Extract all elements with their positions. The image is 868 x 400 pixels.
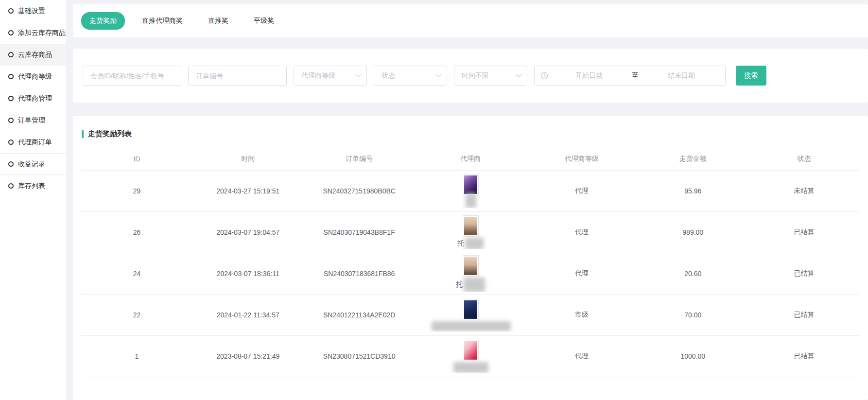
agent-avatar — [463, 299, 479, 320]
cell-amount: 1000.00 — [637, 352, 748, 360]
col-status: 状态 — [748, 155, 860, 163]
sidebar-item-basic-settings[interactable]: 基础设置 — [0, 0, 66, 22]
cell-time: 2024-03-07 18:36:11 — [192, 270, 304, 278]
status-select-value: 状态 — [382, 71, 395, 80]
circle-icon — [8, 118, 14, 123]
table-header-row: ID 时间 订单编号 代理商 代理商等级 走货金额 状态 — [81, 147, 860, 171]
filter-bar: 代理商等级 状态 时间不限 开始日期 至 结束日期 — [73, 49, 868, 103]
agent-name-blurred — [453, 362, 488, 373]
start-date-input[interactable]: 开始日期 — [551, 71, 627, 80]
sidebar-item-label: 添加云库存商品 — [18, 29, 66, 37]
cell-agent-level: 代理 — [526, 352, 637, 361]
date-separator-label: 至 — [627, 71, 643, 80]
agent-name-blurred — [432, 321, 511, 331]
agent-name-blurred — [466, 193, 476, 208]
sidebar: 基础设置 添加云库存商品 云库存商品 代理商等级 代理商管理 订单管理 代理商订… — [0, 0, 66, 400]
cell-order-no: SN240327151980B0BC — [304, 187, 415, 195]
agent-avatar — [463, 340, 479, 361]
cell-time: 2024-03-27 15:19:51 — [192, 187, 304, 195]
time-range-select[interactable]: 时间不限 — [454, 66, 527, 86]
cell-order-no: SN240307183681FB86 — [304, 270, 415, 278]
table-row: 1 2023-08-07 15:21:49 SN2308071521CD3910… — [81, 336, 860, 377]
sidebar-item-agent-level[interactable]: 代理商等级 — [0, 66, 66, 87]
sidebar-item-label: 云库存商品 — [18, 51, 52, 59]
member-search-input[interactable] — [83, 66, 181, 86]
tab-same-level-reward[interactable]: 平级奖 — [245, 12, 282, 30]
search-button[interactable]: 搜索 — [736, 66, 766, 86]
cell-time: 2023-08-07 15:21:49 — [192, 352, 304, 360]
cell-time: 2024-03-07 19:04:57 — [192, 228, 304, 236]
tab-direct-reward[interactable]: 直推奖 — [200, 12, 237, 30]
page-title: 走货奖励列表 — [88, 129, 132, 139]
sidebar-item-label: 代理商等级 — [18, 72, 52, 81]
cell-status: 已结算 — [748, 352, 860, 361]
sidebar-item-label: 代理商订单 — [18, 138, 52, 147]
col-id: ID — [81, 155, 192, 163]
circle-icon — [8, 52, 14, 57]
chevron-down-icon — [435, 71, 442, 77]
order-no-input[interactable] — [188, 66, 287, 86]
sidebar-item-agent-management[interactable]: 代理商管理 — [0, 87, 66, 109]
table-row: 29 2024-03-27 15:19:51 SN240327151980B0B… — [81, 171, 860, 212]
circle-icon — [8, 74, 14, 79]
agent-name-blurred — [465, 238, 484, 249]
cell-status: 已结算 — [748, 228, 860, 237]
clock-icon — [540, 72, 548, 80]
tab-direct-agent-reward[interactable]: 直推代理商奖 — [134, 12, 191, 30]
agent-name-blurred — [464, 278, 485, 292]
table-row: 22 2024-01-22 11:34:57 SN2401221134A2E02… — [81, 295, 860, 336]
sidebar-item-order-management[interactable]: 订单管理 — [0, 109, 66, 131]
cell-order-no: SN2308071521CD3910 — [304, 352, 415, 360]
agent-level-select[interactable]: 代理商等级 — [294, 66, 367, 86]
circle-icon — [8, 183, 14, 189]
col-agent: 代理商 — [415, 155, 526, 163]
cell-agent-level: 代理 — [526, 187, 637, 195]
list-header: 走货奖励列表 — [73, 116, 868, 147]
tab-shipment-reward[interactable]: 走货奖励 — [81, 12, 125, 30]
circle-icon — [8, 8, 14, 14]
circle-icon — [8, 30, 14, 35]
end-date-input[interactable]: 结束日期 — [643, 71, 719, 80]
cell-id: 1 — [81, 352, 192, 360]
agent-name — [452, 362, 488, 373]
agent-avatar — [463, 174, 479, 195]
cell-amount: 20.60 — [637, 270, 748, 278]
circle-icon — [8, 161, 14, 167]
cell-agent — [415, 340, 526, 373]
col-agent-level: 代理商等级 — [526, 155, 637, 163]
page: 基础设置 添加云库存商品 云库存商品 代理商等级 代理商管理 订单管理 代理商订… — [0, 0, 868, 400]
sidebar-item-add-cloud-stock-product[interactable]: 添加云库存商品 — [0, 22, 66, 44]
cell-status: 未结算 — [748, 187, 860, 195]
sidebar-item-agent-orders[interactable]: 代理商订单 — [0, 131, 66, 153]
col-order-no: 订单编号 — [304, 155, 415, 163]
sidebar-item-cloud-stock-product[interactable]: 云库存商品 — [0, 44, 66, 66]
time-range-select-value: 时间不限 — [462, 71, 489, 80]
cell-agent-level: 代理 — [526, 269, 637, 278]
chevron-down-icon — [516, 71, 522, 77]
sidebar-item-earnings-records[interactable]: 收益记录 — [0, 153, 66, 175]
cell-id: 22 — [81, 311, 192, 319]
status-select[interactable]: 状态 — [374, 66, 447, 86]
col-time: 时间 — [192, 155, 304, 163]
cell-amount: 989.00 — [637, 228, 748, 236]
cell-agent-level: 代理 — [526, 228, 637, 237]
agent-avatar — [463, 215, 479, 237]
agent-name: 托 — [457, 238, 484, 249]
sidebar-item-stock-list[interactable]: 库存列表 — [0, 175, 66, 197]
circle-icon — [8, 96, 14, 101]
cell-agent: 托 — [415, 215, 526, 249]
agent-level-select-value: 代理商等级 — [301, 71, 335, 80]
sidebar-item-label: 代理商管理 — [18, 94, 52, 103]
sidebar-item-label: 库存列表 — [18, 182, 45, 191]
agent-name — [465, 196, 476, 208]
cell-amount: 70.00 — [637, 311, 748, 319]
cell-id: 24 — [81, 270, 192, 278]
chevron-down-icon — [355, 71, 362, 77]
sidebar-item-label: 基础设置 — [18, 7, 45, 16]
agent-name: 托 — [456, 278, 485, 292]
date-range-picker[interactable]: 开始日期 至 结束日期 — [534, 66, 726, 86]
agent-avatar — [463, 255, 479, 277]
table-card: 走货奖励列表 ID 时间 订单编号 代理商 代理商等级 走货金额 状态 29 2… — [73, 116, 868, 400]
circle-icon — [8, 139, 14, 145]
tabs-card: 走货奖励 直推代理商奖 直推奖 平级奖 — [73, 4, 868, 37]
